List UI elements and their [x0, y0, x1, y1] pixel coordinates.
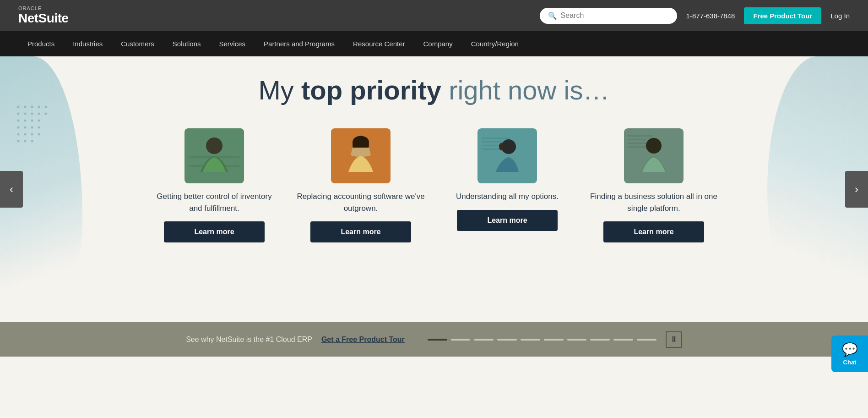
nav-item-products[interactable]: Products — [27, 40, 54, 48]
card-accounting: Replacing accounting software we've outg… — [297, 128, 425, 242]
card-image-1 — [184, 128, 244, 183]
next-icon: › — [855, 183, 858, 196]
hero-title-bold: top priority — [301, 75, 441, 105]
svg-point-20 — [38, 120, 40, 122]
svg-rect-44 — [628, 146, 648, 148]
nav-bar: Products Industries Customers Solutions … — [0, 31, 868, 56]
svg-point-0 — [17, 106, 20, 108]
card-image-2 — [331, 128, 391, 183]
svg-rect-41 — [628, 135, 653, 137]
hero-title-light: right now is… — [449, 75, 609, 105]
svg-point-29 — [206, 138, 222, 154]
progress-segment-0 — [428, 339, 447, 341]
nav-item-customers[interactable]: Customers — [121, 40, 154, 48]
cards-container: Getting better control of inventory and … — [37, 128, 831, 242]
svg-point-10 — [24, 126, 27, 129]
progress-segment-3 — [497, 339, 517, 341]
search-input[interactable] — [561, 11, 669, 20]
get-free-tour-link[interactable]: Get a Free Product Tour — [321, 336, 405, 344]
svg-point-5 — [31, 113, 33, 115]
card-text-1: Getting better control of inventory and … — [150, 191, 278, 214]
learn-more-button-4[interactable]: Learn more — [603, 221, 704, 242]
svg-point-6 — [17, 120, 20, 122]
progress-segment-7 — [590, 339, 610, 341]
pause-icon: ⏸ — [670, 335, 678, 344]
svg-point-2 — [31, 106, 33, 108]
svg-point-7 — [24, 120, 27, 122]
login-button[interactable]: Log In — [830, 12, 850, 20]
svg-point-24 — [45, 113, 47, 115]
learn-more-button-3[interactable]: Learn more — [457, 210, 558, 231]
svg-point-1 — [24, 106, 27, 108]
oracle-label: ORACLE — [18, 6, 69, 11]
prev-icon: ‹ — [10, 183, 13, 196]
next-button[interactable]: › — [845, 171, 868, 208]
card-options: Understanding all my options. Learn more — [443, 128, 571, 242]
nav-item-company[interactable]: Company — [423, 40, 453, 48]
top-bar: ORACLE NetSuite 🔍 1-877-638-7848 Free Pr… — [0, 0, 868, 31]
card-platform: Finding a business solution all in one s… — [590, 128, 718, 242]
free-tour-button[interactable]: Free Product Tour — [744, 7, 821, 24]
progress-bar — [428, 339, 656, 341]
svg-point-12 — [17, 133, 20, 136]
nav-item-solutions[interactable]: Solutions — [173, 40, 201, 48]
svg-point-9 — [17, 126, 20, 129]
svg-rect-42 — [628, 139, 646, 140]
svg-point-3 — [17, 113, 20, 115]
hero-section: ‹ › My top priority right now is… — [0, 56, 868, 322]
phone-number: 1-877-638-7848 — [686, 12, 735, 20]
nav-item-country-region[interactable]: Country/Region — [471, 40, 519, 48]
nav-item-services[interactable]: Services — [219, 40, 246, 48]
svg-point-19 — [38, 113, 40, 115]
bottom-bar: See why NetSuite is the #1 Cloud ERP Get… — [0, 322, 868, 357]
nav-item-partners[interactable]: Partners and Programs — [264, 40, 335, 48]
logo-area: ORACLE NetSuite — [18, 6, 69, 26]
prev-button[interactable]: ‹ — [0, 171, 23, 208]
progress-segment-6 — [567, 339, 587, 341]
svg-point-4 — [24, 113, 27, 115]
svg-rect-35 — [482, 141, 503, 143]
learn-more-button-2[interactable]: Learn more — [310, 221, 411, 242]
svg-point-11 — [31, 126, 33, 129]
search-icon: 🔍 — [548, 11, 557, 20]
chat-button[interactable]: 💬 Chat — [831, 336, 868, 357]
card-inventory: Getting better control of inventory and … — [150, 128, 278, 242]
nav-item-resource-center[interactable]: Resource Center — [353, 40, 405, 48]
progress-segment-9 — [637, 339, 656, 341]
svg-point-17 — [31, 140, 33, 143]
svg-point-13 — [24, 133, 27, 136]
progress-segment-2 — [474, 339, 494, 341]
svg-point-8 — [31, 120, 33, 122]
svg-point-14 — [31, 133, 33, 136]
brand-name: NetSuite — [18, 11, 69, 26]
hero-title: My top priority right now is… — [37, 75, 831, 105]
svg-point-39 — [499, 143, 504, 150]
svg-rect-33 — [477, 128, 537, 183]
card-image-4 — [624, 128, 684, 183]
svg-point-16 — [24, 140, 27, 143]
nav-item-industries[interactable]: Industries — [73, 40, 103, 48]
progress-segment-1 — [451, 339, 471, 341]
svg-point-18 — [38, 106, 40, 108]
hero-title-normal: My — [259, 75, 301, 105]
pause-button[interactable]: ⏸ — [666, 331, 682, 348]
bottom-bar-text: See why NetSuite is the #1 Cloud ERP — [186, 336, 312, 344]
card-text-4: Finding a business solution all in one s… — [590, 191, 718, 214]
svg-point-45 — [646, 138, 662, 154]
progress-segment-4 — [521, 339, 540, 341]
svg-point-23 — [45, 106, 47, 108]
progress-segment-5 — [544, 339, 564, 341]
search-bar[interactable]: 🔍 — [540, 8, 677, 24]
card-text-2: Replacing accounting software we've outg… — [297, 191, 425, 214]
progress-segment-8 — [613, 339, 633, 341]
card-text-3: Understanding all my options. — [456, 191, 559, 203]
svg-point-15 — [17, 140, 20, 143]
card-image-3 — [477, 128, 537, 183]
svg-rect-34 — [482, 138, 510, 139]
chat-icon: 💬 — [842, 342, 858, 357]
learn-more-button-1[interactable]: Learn more — [164, 221, 265, 242]
